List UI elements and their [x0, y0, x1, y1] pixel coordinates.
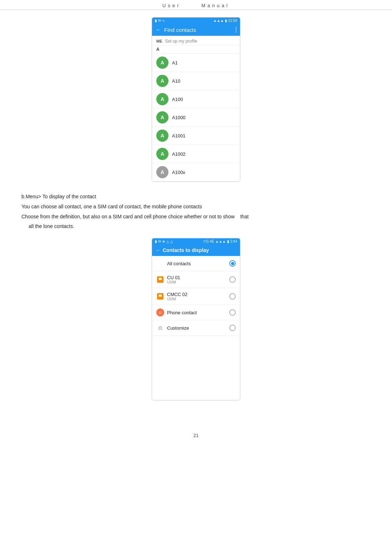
cu01-radio[interactable]: [229, 276, 236, 283]
battery-icon: ▮: [225, 19, 227, 23]
phone-contact-title: Phone contact: [167, 310, 226, 315]
phone-mockup-1: ▮ ✉ ∿ ▲▲▲ ▮ 21:59 ← Find contacts ME Set…: [152, 17, 240, 182]
status-bar-right-1: ▲▲▲ ▮ 21:59: [213, 19, 237, 23]
page-number: 21: [0, 426, 392, 442]
contact-list-1: ME Set up my profile A A A1 A A10 A A100…: [152, 36, 240, 181]
all-contacts-icon: [156, 259, 164, 267]
message-icon-status: ✉: [158, 19, 161, 23]
avatar-a100: A: [156, 93, 168, 105]
body-line2: You can choose all contact, one a SIM ca…: [21, 203, 371, 211]
body-line3-end: that: [240, 214, 249, 219]
contact-name-partial: A100x: [172, 170, 185, 175]
contact-item-a1001[interactable]: A A1001: [152, 127, 240, 145]
star-icon-2: ★: [162, 239, 165, 243]
cu01-sub: USIM: [167, 280, 226, 284]
back-button-1[interactable]: ←: [156, 26, 161, 33]
body-line3: Choose from the definition, but also on …: [21, 213, 371, 221]
customize-text: Customize: [167, 325, 226, 331]
page-header: User Manual: [0, 0, 392, 10]
phone-mockup-2: ▮ ✉ ★ △ △ ▽G 4E ▲▲▲ ▮ 2:44 ← Contacts to…: [152, 238, 240, 401]
sim-icon-cmcc02: [157, 293, 163, 300]
sim-icon-status: ▮: [155, 19, 157, 23]
back-button-2[interactable]: ←: [156, 247, 161, 253]
wifi-icon-status: ∿: [162, 19, 165, 23]
avatar-a1002: A: [156, 148, 168, 160]
contact-name-a1: A1: [172, 60, 178, 65]
sim-icon-2: ▮: [155, 239, 157, 243]
radio-dot-all: [231, 262, 234, 265]
contact-item-a1002[interactable]: A A1002: [152, 145, 240, 163]
setup-profile-text[interactable]: Set up my profile: [165, 39, 197, 44]
cmcc02-sub: USIM: [167, 297, 226, 301]
wifi-icon-2: △: [170, 239, 173, 243]
cu01-icon: [156, 276, 164, 283]
cmcc02-title: CMCC 02: [167, 292, 226, 297]
avatar-partial: A: [156, 166, 168, 178]
contact-name-a100: A100: [172, 97, 183, 102]
nav-divider-1: [236, 26, 236, 33]
display-list: All contacts CU 01 USIM: [152, 256, 240, 336]
nav-title-2: Contacts to display: [163, 247, 209, 253]
display-item-phone-contact[interactable]: ☺ Phone contact: [152, 305, 240, 320]
contact-name-a10: A10: [172, 78, 180, 84]
body-line3-start: Choose from the definition, but also on …: [21, 214, 235, 219]
phone-empty-body: [152, 336, 240, 400]
phone-contact-icon: ☺: [156, 309, 164, 316]
a-section-header: A: [152, 45, 240, 54]
body-text: b.Menu> To display of the contact You ca…: [21, 193, 371, 231]
all-contacts-text: All contacts: [167, 261, 226, 266]
triangle-icon-2: △: [166, 239, 169, 243]
status-bar-left-1: ▮ ✉ ∿: [155, 19, 165, 23]
customize-title: Customize: [167, 325, 226, 331]
status-bar-right-2: ▽G 4E ▲▲▲ ▮ 2:44: [203, 239, 237, 243]
msg-icon-2: ✉: [158, 239, 161, 243]
cu01-text: CU 01 USIM: [167, 275, 226, 284]
display-item-all-contacts[interactable]: All contacts: [152, 256, 240, 271]
status-bar-left-2: ▮ ✉ ★ △ △: [155, 239, 173, 243]
cmcc02-text: CMCC 02 USIM: [167, 292, 226, 301]
page-number-value: 21: [193, 433, 199, 438]
cmcc02-icon: [156, 292, 164, 300]
me-section: ME Set up my profile: [152, 36, 240, 45]
time-display-2: 2:44: [230, 239, 237, 243]
avatar-a1000: A: [156, 111, 168, 123]
display-item-cmcc02[interactable]: CMCC 02 USIM: [152, 288, 240, 305]
display-item-customize[interactable]: ⚖ Customize: [152, 320, 240, 336]
header-right: Manual: [201, 3, 230, 8]
customize-icon: ⚖: [158, 325, 163, 331]
body-line1: b.Menu> To display of the contact: [21, 193, 371, 201]
avatar-a10: A: [156, 75, 168, 87]
customize-icon-wrap: ⚖: [156, 324, 164, 332]
signal-2: ▲▲▲: [215, 239, 226, 243]
contact-item-a1[interactable]: A A1: [152, 54, 240, 72]
cmcc02-radio[interactable]: [229, 293, 236, 300]
contact-name-a1002: A1002: [172, 151, 186, 157]
contact-item-partial[interactable]: A A100x: [152, 163, 240, 181]
phone-contact-radio[interactable]: [229, 309, 236, 316]
avatar-a1: A: [156, 57, 168, 69]
signal-icon: ▲▲▲: [213, 19, 224, 23]
nav-bar-2: ← Contacts to display: [152, 244, 240, 256]
me-label: ME: [156, 39, 162, 43]
cu01-title: CU 01: [167, 275, 226, 280]
contact-name-a1001: A1001: [172, 133, 186, 139]
contact-item-a10[interactable]: A A10: [152, 72, 240, 90]
person-icon: ☺: [156, 309, 164, 316]
contact-item-a1000[interactable]: A A1000: [152, 108, 240, 127]
contact-name-a1000: A1000: [172, 115, 186, 120]
phone-contact-text: Phone contact: [167, 310, 226, 315]
battery-2: ▮: [227, 239, 229, 243]
header-left: User: [162, 3, 181, 8]
sim-icon-cu01: [157, 276, 163, 283]
time-display-1: 21:59: [228, 19, 237, 23]
body-line4: all the lone contacts.: [21, 222, 371, 231]
customize-radio[interactable]: [229, 325, 236, 331]
avatar-a1001: A: [156, 130, 168, 142]
status-bar-2: ▮ ✉ ★ △ △ ▽G 4E ▲▲▲ ▮ 2:44: [152, 238, 240, 244]
nav-bar-1: ← Find contacts: [152, 24, 240, 36]
status-bar-1: ▮ ✉ ∿ ▲▲▲ ▮ 21:59: [152, 18, 240, 24]
display-item-cu01[interactable]: CU 01 USIM: [152, 271, 240, 288]
all-contacts-radio[interactable]: [229, 260, 236, 267]
contact-item-a100[interactable]: A A100: [152, 90, 240, 108]
network-label: ▽G 4E: [203, 239, 214, 243]
